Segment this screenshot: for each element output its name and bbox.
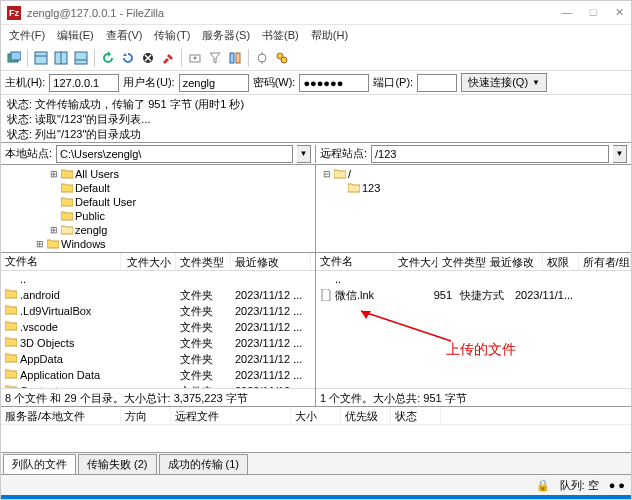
- expand-icon[interactable]: ⊞: [49, 167, 59, 181]
- tree-item[interactable]: Default: [3, 181, 313, 195]
- menu-transfer[interactable]: 传输(T): [150, 28, 194, 43]
- menubar: 文件(F) 编辑(E) 查看(V) 传输(T) 服务器(S) 书签(B) 帮助(…: [1, 25, 631, 45]
- toggle-log-icon[interactable]: [32, 49, 50, 67]
- local-list-body[interactable]: ...android文件夹2023/11/12 ....Ld9VirtualBo…: [1, 271, 315, 388]
- list-item[interactable]: AppData文件夹2023/11/12 ...: [1, 351, 315, 367]
- message-log[interactable]: 状态: 文件传输成功，传输了 951 字节 (用时1 秒) 状态: 读取"/12…: [1, 95, 631, 143]
- col-size[interactable]: 文件大小: [121, 253, 176, 270]
- find-icon[interactable]: [273, 49, 291, 67]
- compare-icon[interactable]: [226, 49, 244, 67]
- col-own[interactable]: 所有者/组: [579, 253, 632, 270]
- refresh-icon[interactable]: [99, 49, 117, 67]
- folder-icon: [61, 225, 73, 235]
- cancel-icon[interactable]: [139, 49, 157, 67]
- col-type[interactable]: 文件类型: [176, 253, 231, 270]
- tree-item[interactable]: Public: [3, 209, 313, 223]
- file-mod: 2023/11/12 ...: [231, 289, 311, 301]
- tree-item[interactable]: Default User: [3, 195, 313, 209]
- reconnect-icon[interactable]: [186, 49, 204, 67]
- remote-path-dropdown[interactable]: ▼: [613, 145, 627, 163]
- expand-icon[interactable]: ⊞: [35, 237, 45, 251]
- menu-bookmarks[interactable]: 书签(B): [258, 28, 303, 43]
- user-input[interactable]: [179, 74, 249, 92]
- port-input[interactable]: [417, 74, 457, 92]
- list-item[interactable]: ..: [316, 271, 631, 287]
- col-mod[interactable]: 最近修改: [486, 253, 543, 270]
- folder-icon: [61, 183, 73, 193]
- tree-item[interactable]: ⊞All Users: [3, 167, 313, 181]
- log-line: 状态: 文件传输成功，传输了 951 字节 (用时1 秒): [7, 97, 625, 112]
- toggle-queue-icon[interactable]: [72, 49, 90, 67]
- tab-failed[interactable]: 传输失败 (2): [78, 454, 157, 474]
- qcol-size[interactable]: 大小: [291, 407, 341, 424]
- col-perm[interactable]: 权限: [543, 253, 578, 270]
- sync-browse-icon[interactable]: [253, 49, 271, 67]
- tree-item[interactable]: ⊞zenglg: [3, 223, 313, 237]
- list-item[interactable]: 微信.lnk951快捷方式2023/11/1...: [316, 287, 631, 303]
- close-button[interactable]: ✕: [613, 6, 625, 19]
- local-path-dropdown[interactable]: ▼: [297, 145, 311, 163]
- menu-edit[interactable]: 编辑(E): [53, 28, 98, 43]
- svg-point-17: [281, 57, 287, 63]
- tree-item[interactable]: ⊞Windows: [3, 237, 313, 251]
- file-type: 文件夹: [176, 320, 231, 335]
- maximize-button[interactable]: □: [587, 6, 599, 19]
- menu-file[interactable]: 文件(F): [5, 28, 49, 43]
- list-item[interactable]: Application Data文件夹2023/11/12 ...: [1, 367, 315, 383]
- remote-path-input[interactable]: [371, 145, 609, 163]
- menu-view[interactable]: 查看(V): [102, 28, 147, 43]
- local-list-header: 文件名 文件大小 文件类型 最近修改: [1, 253, 315, 271]
- menu-help[interactable]: 帮助(H): [307, 28, 352, 43]
- tree-item[interactable]: ⊞D: (代码): [3, 251, 313, 252]
- host-input[interactable]: [49, 74, 119, 92]
- list-item[interactable]: Contacts文件夹2023/11/12 ...: [1, 383, 315, 388]
- file-mod: 2023/11/12 ...: [231, 353, 311, 365]
- minimize-button[interactable]: —: [561, 6, 573, 19]
- local-tree[interactable]: ⊞All UsersDefaultDefault UserPublic⊞zeng…: [1, 165, 316, 252]
- qcol-prio[interactable]: 优先级: [341, 407, 391, 424]
- col-size[interactable]: 文件大小: [394, 253, 438, 270]
- qcol-remote[interactable]: 远程文件: [171, 407, 291, 424]
- expand-icon[interactable]: ⊞: [49, 223, 59, 237]
- pass-input[interactable]: [299, 74, 369, 92]
- tree-item[interactable]: 123: [318, 181, 629, 195]
- list-item[interactable]: .vscode文件夹2023/11/12 ...: [1, 319, 315, 335]
- svg-point-12: [194, 56, 197, 59]
- list-item[interactable]: 3D Objects文件夹2023/11/12 ...: [1, 335, 315, 351]
- local-path-input[interactable]: [56, 145, 293, 163]
- col-mod[interactable]: 最近修改: [231, 253, 311, 270]
- transfer-queue: 服务器/本地文件 方向 远程文件 大小 优先级 状态: [1, 407, 631, 453]
- expand-icon[interactable]: ⊟: [322, 167, 332, 181]
- file-mod: 2023/11/12 ...: [231, 385, 311, 388]
- queue-body[interactable]: [1, 425, 631, 452]
- tab-queued[interactable]: 列队的文件: [3, 454, 76, 474]
- tab-succeeded[interactable]: 成功的传输 (1): [159, 454, 249, 474]
- menu-server[interactable]: 服务器(S): [198, 28, 254, 43]
- quickconnect-button[interactable]: 快速连接(Q) ▼: [461, 73, 547, 92]
- remote-list-body[interactable]: ..微信.lnk951快捷方式2023/11/1...上传的文件: [316, 271, 631, 388]
- disconnect-icon[interactable]: [159, 49, 177, 67]
- col-type[interactable]: 文件类型: [438, 253, 486, 270]
- qcol-status[interactable]: 状态: [391, 407, 441, 424]
- folder-icon: [5, 305, 17, 317]
- user-label: 用户名(U):: [123, 75, 174, 90]
- tree-label: All Users: [75, 167, 119, 181]
- qcol-server[interactable]: 服务器/本地文件: [1, 407, 121, 424]
- list-item[interactable]: .android文件夹2023/11/12 ...: [1, 287, 315, 303]
- local-file-list: 文件名 文件大小 文件类型 最近修改 ...android文件夹2023/11/…: [1, 253, 316, 406]
- remote-tree[interactable]: ⊟/123: [316, 165, 631, 252]
- list-item[interactable]: ..: [1, 271, 315, 287]
- col-name[interactable]: 文件名: [1, 253, 121, 270]
- toggle-tree-icon[interactable]: [52, 49, 70, 67]
- process-queue-icon[interactable]: [119, 49, 137, 67]
- list-item[interactable]: .Ld9VirtualBox文件夹2023/11/12 ...: [1, 303, 315, 319]
- qcol-dir[interactable]: 方向: [121, 407, 171, 424]
- svg-rect-2: [35, 52, 47, 64]
- tree-item[interactable]: ⊟/: [318, 167, 629, 181]
- expand-icon[interactable]: ⊞: [21, 251, 31, 252]
- col-name[interactable]: 文件名: [316, 253, 394, 270]
- filter-icon[interactable]: [206, 49, 224, 67]
- tree-label: Default: [75, 181, 110, 195]
- log-line: 状态: 列出"/123"的目录成功: [7, 127, 625, 142]
- site-manager-icon[interactable]: [5, 49, 23, 67]
